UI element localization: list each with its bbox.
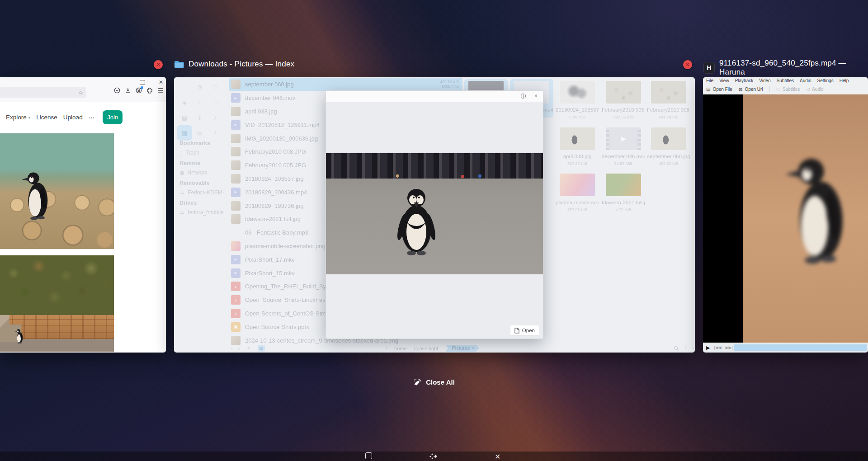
- open-url-button[interactable]: ◍Open Url: [739, 87, 763, 92]
- file-size: 492.82 KiB: [440, 80, 459, 85]
- file-name: 06 - Fantastic Baby.mp3: [245, 229, 308, 236]
- menu-settings[interactable]: Settings: [817, 78, 834, 83]
- place-music-icon[interactable]: ♪: [208, 110, 223, 125]
- info-icon[interactable]: ⓘ: [521, 93, 526, 100]
- browser-window[interactable]: ✕ ☆ Explore▾ License Upload ⋯ Join: [0, 77, 166, 353]
- image-viewer-dialog[interactable]: ⓘ × Open: [326, 90, 543, 339]
- sidebar-item-label: Trash: [186, 150, 199, 156]
- overflow-menu-icon[interactable]: ⋮: [683, 345, 688, 351]
- extensions-icon[interactable]: [146, 87, 153, 94]
- place-downloads-icon[interactable]: ↧: [192, 110, 208, 125]
- file-row[interactable]: september 060.jpg492.82 KiB6/28/2024: [229, 78, 462, 91]
- grid-item[interactable]: 20180924_103537.jpg6.46 MiB: [556, 79, 599, 119]
- grid-item[interactable]: april 038.jpg367.62 KiB: [556, 126, 599, 166]
- move-icon[interactable]: [429, 452, 438, 460]
- video-area[interactable]: [703, 94, 868, 343]
- menu-icon[interactable]: [157, 88, 164, 93]
- sidebar-item-fedora-fmobile[interactable]: ▭fedora_fmobile: [179, 209, 226, 216]
- dialog-header: ⓘ ×: [326, 91, 543, 102]
- place-tags-icon[interactable]: ◈: [177, 94, 192, 110]
- grid-thumbnail-sketch: [560, 81, 595, 103]
- close-dialog-icon[interactable]: ×: [534, 93, 538, 100]
- maximize-icon[interactable]: [365, 452, 372, 459]
- menu-file[interactable]: File: [706, 78, 713, 83]
- pocket-icon[interactable]: [114, 87, 120, 94]
- breadcrumb-user[interactable]: quake-light: [414, 346, 439, 351]
- grid-item[interactable]: december 046.mov34.58 MiB: [602, 126, 645, 166]
- account-icon[interactable]: [136, 87, 142, 94]
- place-home-icon[interactable]: ⌂: [192, 94, 208, 110]
- file-thumbnail-video: [231, 268, 241, 278]
- breadcrumb-current[interactable]: Pictures ▾: [445, 345, 479, 352]
- place-recent-icon[interactable]: ◷: [192, 79, 208, 94]
- list-view-button[interactable]: ≡: [245, 345, 252, 352]
- grid-item[interactable]: February2010 005.JPG693.95 KiB: [602, 79, 645, 119]
- previous-button[interactable]: |◀◀: [714, 346, 721, 350]
- nav-license[interactable]: License: [36, 114, 57, 121]
- files-window[interactable]: ◷♡◈⌂▢▤↧♪▦▭/ Bookmarks▯TrashRemote◍Networ…: [174, 77, 695, 353]
- menu-subtitles[interactable]: Subtitles: [777, 78, 794, 83]
- download-icon[interactable]: [125, 87, 131, 94]
- sidebar-sections: Bookmarks▯TrashRemote◍NetworkRemovable▭F…: [179, 136, 226, 218]
- nav-more-icon[interactable]: ⋯: [89, 114, 95, 121]
- sidebar-item-trash[interactable]: ▯Trash: [179, 150, 226, 156]
- grid-file-size: 492.82 KiB: [647, 161, 690, 166]
- open-file-button[interactable]: ▤Open File: [706, 87, 732, 92]
- restore-window-icon[interactable]: [140, 80, 145, 85]
- next-button[interactable]: ▶▶|: [726, 346, 733, 350]
- play-button[interactable]: ▶: [706, 345, 710, 350]
- toolbar-label: Audio: [812, 87, 824, 92]
- window-caption-player[interactable]: H 9116137-sd_960_540_25fps.mp4 — Haruna: [703, 59, 868, 77]
- seek-bar[interactable]: [734, 344, 867, 351]
- bookmark-star-icon[interactable]: ☆: [78, 89, 83, 96]
- url-bar[interactable]: ☆: [0, 87, 86, 98]
- place-documents-icon[interactable]: ▤: [177, 110, 192, 125]
- forward-button[interactable]: ›: [238, 346, 240, 351]
- network-icon: ◍: [179, 169, 184, 176]
- toolbar-separator: [769, 86, 770, 92]
- nav-explore[interactable]: Explore▾: [6, 114, 30, 121]
- stock-photo-penguin-wall[interactable]: [0, 255, 114, 352]
- chevron-down-icon[interactable]: ▾: [692, 346, 694, 350]
- file-name: december 046.mov: [245, 94, 295, 101]
- grid-item[interactable]: February2010 008.JPG641.78 KiB: [647, 79, 690, 119]
- stock-photo-penguin-rocks[interactable]: [0, 133, 114, 249]
- grid-thumbnail-rocks: [651, 81, 686, 103]
- file-name: september 060.jpg: [245, 81, 294, 88]
- close-window-icon[interactable]: ✕: [159, 80, 163, 85]
- join-button[interactable]: Join: [103, 110, 123, 124]
- sidebar-item-network[interactable]: ◍Network: [179, 169, 226, 176]
- player-controls: ▶ |◀◀ ▶▶|: [703, 343, 868, 353]
- place-favorites-icon[interactable]: ♡: [208, 79, 223, 94]
- place-desktop-icon[interactable]: ▢: [208, 94, 223, 110]
- grid-item[interactable]: plasma-mobile-screen…757.06 KiB: [556, 172, 599, 212]
- breadcrumb-home[interactable]: home: [394, 346, 407, 351]
- sidebar-item-fedora-kdem-live-[interactable]: ▭Fedora-KDEM-Live…⇞: [179, 189, 226, 196]
- grid-file-size: 693.95 KiB: [602, 115, 645, 119]
- close-icon[interactable]: ✕: [495, 452, 500, 461]
- menu-audio[interactable]: Audio: [800, 78, 811, 83]
- open-button[interactable]: Open: [510, 325, 539, 336]
- menu-view[interactable]: View: [719, 78, 729, 83]
- window-caption-files[interactable]: Downloads - Pictures — Index: [174, 60, 294, 69]
- grid-item[interactable]: september 060.jpg492.82 KiB: [647, 126, 690, 166]
- menu-video[interactable]: Video: [759, 78, 770, 83]
- breadcrumb-root[interactable]: /: [386, 346, 387, 351]
- file-thumbnail-image: [231, 174, 241, 183]
- close-window-badge-browser[interactable]: ✕: [154, 60, 163, 69]
- close-all-button[interactable]: Close All: [0, 378, 868, 386]
- player-window[interactable]: FileViewPlaybackVideoSubtitlesAudioSetti…: [703, 77, 868, 353]
- window-caption-player-label: 9116137-sd_960_540_25fps.mp4 — Haruna: [719, 59, 868, 77]
- back-button[interactable]: ‹: [231, 346, 233, 351]
- nav-upload[interactable]: Upload: [63, 114, 83, 121]
- menu-help[interactable]: Help: [840, 78, 849, 83]
- search-icon[interactable]: [674, 346, 679, 351]
- close-window-badge-files[interactable]: ✕: [683, 60, 692, 69]
- file-name: Open Source Shirts.pptx: [245, 324, 309, 330]
- grid-view-button[interactable]: ▦: [258, 345, 265, 352]
- menu-playback[interactable]: Playback: [735, 78, 754, 83]
- grid-item[interactable]: tdawson-2021.full.jpg4.72 MiB: [602, 172, 645, 212]
- file-thumbnail-video: [231, 93, 241, 103]
- grid-file-name: september 060.jpg: [647, 154, 690, 159]
- usb-icon: ▭: [179, 189, 184, 196]
